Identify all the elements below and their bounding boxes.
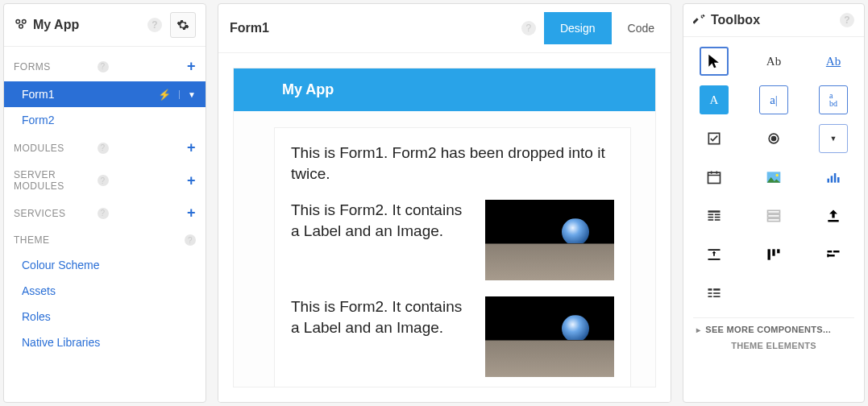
svg-point-2 <box>19 25 23 29</box>
tool-button[interactable]: A <box>700 85 729 114</box>
form2-instance-1[interactable]: This is Form2. It contains a Label and a… <box>291 200 614 280</box>
sidebar-item-colour-scheme[interactable]: Colour Scheme <box>4 252 206 278</box>
svg-rect-31 <box>828 254 829 257</box>
help-icon[interactable]: ? <box>147 18 162 32</box>
form2-label[interactable]: This is Form2. It contains a Label and a… <box>291 296 469 338</box>
sidebar-item-form2[interactable]: Form2 <box>4 107 206 133</box>
tool-radio[interactable] <box>759 124 788 153</box>
add-service-button[interactable]: + <box>187 205 196 222</box>
svg-rect-29 <box>833 251 840 253</box>
svg-rect-21 <box>768 214 780 217</box>
tool-dropdown[interactable]: ▼ <box>819 124 848 153</box>
form1-card[interactable]: This is Form1. Form2 has been dropped in… <box>274 127 631 387</box>
help-icon[interactable]: ? <box>98 143 109 154</box>
tool-column-panel[interactable] <box>759 240 788 269</box>
section-label: MODULES <box>14 143 93 154</box>
tool-file-loader[interactable] <box>819 201 848 230</box>
section-modules[interactable]: MODULES ? + <box>4 133 206 163</box>
sidebar-item-assets[interactable]: Assets <box>4 278 206 304</box>
svg-rect-34 <box>708 292 712 294</box>
form2-label[interactable]: This is Form2. It contains a Label and a… <box>291 200 469 241</box>
tool-repeating-panel[interactable] <box>759 201 788 230</box>
sidebar-item-label: Native Libraries <box>22 336 100 349</box>
add-form-button[interactable]: + <box>187 58 196 75</box>
svg-point-1 <box>23 20 27 24</box>
svg-rect-22 <box>768 218 780 221</box>
see-more-components[interactable]: ▸ SEE MORE COMPONENTS... <box>696 325 851 334</box>
svg-rect-16 <box>708 217 714 218</box>
tool-textarea[interactable]: abd <box>819 85 848 114</box>
help-icon[interactable]: ? <box>98 175 109 186</box>
form2-image[interactable] <box>485 296 614 377</box>
add-module-button[interactable]: + <box>187 139 196 156</box>
help-icon[interactable]: ? <box>521 21 536 35</box>
sidebar-body: FORMS ? + Form1 ⚡ ▼ Form2 MODULES ? + SE… <box>4 47 206 360</box>
tool-plot[interactable] <box>819 163 848 192</box>
tool-spacer[interactable] <box>700 240 729 269</box>
help-icon[interactable]: ? <box>840 13 854 27</box>
intro-label[interactable]: This is Form1. Form2 has been dropped in… <box>291 143 614 184</box>
designer-header: Form1 ? Design Code <box>218 4 671 53</box>
svg-rect-15 <box>715 214 721 216</box>
svg-rect-11 <box>834 173 837 183</box>
tool-link[interactable]: Ab <box>819 47 848 76</box>
svg-rect-9 <box>828 179 830 183</box>
settings-button[interactable] <box>170 12 196 38</box>
svg-rect-28 <box>828 251 833 253</box>
tab-code[interactable]: Code <box>612 12 671 44</box>
caret-right-icon: ▸ <box>696 325 700 334</box>
section-forms[interactable]: FORMS ? + <box>4 52 206 81</box>
section-server-modules[interactable]: SERVER MODULES ? + <box>4 163 206 198</box>
designer-body: My App This is Form1. Form2 has been dro… <box>218 53 671 402</box>
designer-tabs: Design Code <box>544 12 671 44</box>
svg-rect-26 <box>772 249 775 255</box>
app-browser-panel: My App ? FORMS ? + Form1 ⚡ ▼ Form2 MODUL… <box>3 3 206 403</box>
tool-image[interactable] <box>759 163 788 192</box>
sidebar-item-native-libraries[interactable]: Native Libraries <box>4 329 206 355</box>
help-icon[interactable]: ? <box>98 61 109 72</box>
svg-rect-35 <box>713 292 720 294</box>
tool-data-grid[interactable] <box>700 201 729 230</box>
svg-rect-37 <box>713 296 720 297</box>
tool-flow-panel[interactable] <box>819 240 848 269</box>
sidebar-item-label: Roles <box>22 310 51 323</box>
app-content: This is Form1. Form2 has been dropped in… <box>234 111 655 387</box>
tool-label[interactable]: Ab <box>759 47 788 76</box>
section-services[interactable]: SERVICES ? + <box>4 198 206 228</box>
chevron-down-icon[interactable]: ▼ <box>179 90 196 99</box>
toolbox-header: Toolbox ? <box>683 4 864 37</box>
section-label: FORMS <box>14 61 93 72</box>
add-server-module-button[interactable]: + <box>187 172 196 189</box>
help-icon[interactable]: ? <box>185 234 196 246</box>
form-title: Form1 <box>230 21 521 35</box>
svg-rect-19 <box>715 219 721 221</box>
sidebar-header: My App ? <box>4 4 206 47</box>
section-theme[interactable]: THEME ? <box>4 228 206 252</box>
tool-textbox[interactable]: a| <box>759 85 788 114</box>
svg-rect-25 <box>768 249 770 259</box>
svg-rect-10 <box>831 176 833 182</box>
tool-datepicker[interactable] <box>700 163 729 192</box>
tool-pointer[interactable] <box>700 47 729 76</box>
svg-rect-24 <box>708 249 721 251</box>
app-preview[interactable]: My App This is Form1. Form2 has been dro… <box>233 68 656 387</box>
tool-linear-panel[interactable] <box>700 279 729 308</box>
form2-image[interactable] <box>485 200 614 280</box>
designer-panel: Form1 ? Design Code My App This is Form1… <box>218 3 671 403</box>
svg-rect-23 <box>828 220 838 222</box>
form2-instance-2[interactable]: This is Form2. It contains a Label and a… <box>291 296 614 377</box>
svg-point-5 <box>772 137 776 141</box>
help-icon[interactable]: ? <box>98 208 109 219</box>
sidebar-item-form1[interactable]: Form1 ⚡ ▼ <box>4 81 206 107</box>
sidebar-item-roles[interactable]: Roles <box>4 304 206 329</box>
app-navbar-title: My App <box>282 81 334 97</box>
see-more-label: SEE MORE COMPONENTS... <box>705 325 831 334</box>
toolbox-title: Toolbox <box>711 13 840 27</box>
svg-rect-12 <box>837 177 840 183</box>
tool-checkbox[interactable] <box>700 124 729 153</box>
sidebar-item-label: Colour Scheme <box>22 259 100 271</box>
tab-design[interactable]: Design <box>544 12 612 44</box>
theme-elements-header[interactable]: THEME ELEMENTS <box>696 341 851 350</box>
section-label: THEME <box>14 234 180 246</box>
svg-rect-14 <box>708 214 714 216</box>
